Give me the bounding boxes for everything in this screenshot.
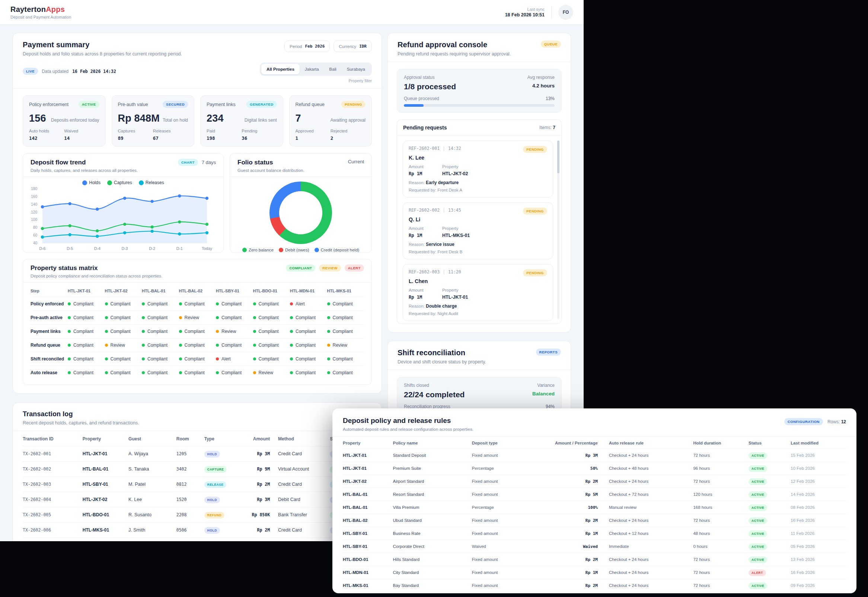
table-row[interactable]: HTL-BAL-02Ubud StandardFixed amountRp 2M… [343, 514, 846, 527]
table-row[interactable]: HTL-MKS-01Executive FloorPercentage30%Ch… [343, 592, 846, 593]
matrix-cell-status: Compliant [333, 329, 353, 334]
tab-surabaya[interactable]: Surabaya [342, 64, 370, 74]
transaction-property: HTL-BAL-01 [83, 463, 128, 475]
table-row[interactable]: TX-2602-004HTL-JKT-02K. Lee1520HOLDRp 3M… [23, 492, 372, 507]
transaction-property: HTL-MKS-01 [83, 524, 128, 536]
amount-label: Amount [409, 226, 442, 231]
transaction-guest: S. Tanaka [128, 463, 176, 475]
table-row[interactable]: TX-2602-001HTL-JKT-01A. Wijaya1205HOLDRp… [23, 446, 372, 461]
refund-console-head: Refund approval console Pending refund r… [388, 33, 570, 62]
matrix-cell: Compliant [68, 352, 105, 365]
matrix-cell: Compliant [142, 366, 179, 379]
items-count-value: 7 [553, 125, 555, 130]
policy-release-rule: Checkout + 24 hours [609, 477, 694, 486]
kpi-stat-label: Pending [241, 129, 277, 133]
table-row[interactable]: HTL-SBY-01Business RateFixed amountRp 1M… [343, 527, 846, 540]
currency-selector[interactable]: Currency IDR [334, 40, 372, 52]
table-row[interactable]: TX-2602-007HTL-BAL-02N. Gupta1103CAPTURE… [23, 538, 372, 541]
table-row[interactable]: HTL-JKT-01Premium SuitePercentage50%Chec… [343, 462, 846, 475]
kpi-card-refund-queue: Refund queuePENDING7Awaiting approvalApp… [289, 95, 372, 147]
status-dot-icon [68, 330, 71, 333]
svg-text:160: 160 [31, 195, 37, 199]
legend-item-credit-deposit-held: Credit (deposit held) [314, 248, 360, 252]
transaction-method: Virtual Account [278, 463, 330, 475]
matrix-cell-status: Compliant [259, 315, 279, 320]
table-row[interactable]: TX-2602-002HTL-BAL-01S. Tanaka3402CAPTUR… [23, 461, 372, 477]
table-row[interactable]: HTL-JKT-01Standard DepositFixed amountRp… [343, 448, 846, 462]
tab-bali[interactable]: Bali [324, 64, 342, 74]
transaction-amount: Rp 2M [242, 478, 278, 491]
matrix-cell: Review [216, 325, 253, 338]
table-row[interactable]: HTL-BDO-01Hills StandardFixed amountRp 2… [343, 553, 846, 566]
tab-jakarta[interactable]: Jakarta [300, 64, 324, 74]
request-reason: Reason: Double charge [409, 303, 547, 309]
live-badge: LIVE [23, 68, 38, 75]
table-row[interactable]: HTL-MDN-01City StandardFixed amountRp 1M… [343, 566, 846, 579]
policy-hold-duration: 72 hours [693, 567, 749, 577]
tab-all-properties[interactable]: All Properties [261, 64, 300, 74]
matrix-cell: Compliant [105, 297, 142, 310]
table-row[interactable]: HTL-MKS-01Bay StandardFixed amountRp 2MC… [343, 579, 846, 592]
folio-range-label: Current [348, 159, 364, 165]
policy-deposit-type: Fixed amount [472, 515, 551, 525]
request-ref-id: REF-2602-002 [409, 208, 439, 213]
period-selector[interactable]: Period Feb 2026 [284, 40, 330, 52]
policy-property: HTL-BAL-02 [343, 515, 393, 525]
table-row[interactable]: HTL-BAL-01Villa PremiumPercentage100%Man… [343, 500, 846, 514]
user-avatar[interactable]: FO [558, 5, 573, 20]
scrollbar-thumb[interactable] [557, 141, 560, 173]
kpi-top: Refund queuePENDING [296, 101, 366, 108]
kpi-stat-captures: Captures89 [118, 129, 153, 141]
matrix-cell: Compliant [105, 325, 142, 338]
transaction-room: 0506 [176, 524, 204, 536]
policy-status: ACTIVE [749, 488, 791, 500]
left-column: Payment summary Deposit holds and folio … [13, 33, 382, 541]
kpi-badge: SECURED [163, 101, 188, 108]
shift-reconciliation-title: Shift reconciliation [398, 349, 486, 357]
kpi-badge: PENDING [341, 101, 366, 108]
refund-request-card[interactable]: REF-2602-001|14:32PENDINGK. LeeAmountPro… [403, 141, 553, 198]
matrix-row-pre-auth-active: Pre-auth activeCompliantCompliantComplia… [31, 310, 364, 324]
separator: | [442, 146, 445, 151]
policy-last-modified: 15 Feb 2026 [791, 450, 846, 460]
table-row[interactable]: HTL-BAL-01Resort StandardFixed amountRp … [343, 488, 846, 500]
table-row[interactable]: TX-2602-005HTL-BDO-01R. Susanto2208REFUN… [23, 507, 372, 522]
matrix-cell-status: Compliant [147, 343, 167, 348]
policy-release-rule: Checkout + 24 hours [609, 567, 694, 577]
type-badge: HOLD [204, 451, 220, 457]
legend-label: Holds [89, 180, 100, 185]
kpi-label: Pre-auth value [118, 102, 148, 107]
svg-text:D-2: D-2 [149, 246, 155, 251]
trend-legend: HoldsCapturesReleases [23, 180, 223, 185]
currency-value: IDR [359, 44, 367, 49]
table-row[interactable]: TX-2602-003HTL-SBY-01M. Patel0812RELEASE… [23, 477, 372, 492]
table-row[interactable]: HTL-JKT-02Airport StandardFixed amountRp… [343, 475, 846, 488]
kpi-value: 7 [296, 113, 301, 124]
status-dot-icon [179, 344, 182, 347]
policy-amount: 50% [551, 463, 609, 474]
policy-property: HTL-JKT-01 [343, 450, 393, 460]
kpi-top: Policy enforcementACTIVE [29, 101, 100, 108]
refund-request-card[interactable]: REF-2602-003|11:20PENDINGL. ChenAmountPr… [403, 264, 553, 321]
type-badge: HOLD [204, 497, 220, 503]
request-ref: REF-2602-001|14:32 [409, 146, 461, 151]
matrix-cell: Compliant [290, 311, 327, 324]
request-header-line: REF-2602-001|14:32PENDING [409, 146, 547, 153]
matrix-cell-status: Compliant [147, 356, 167, 362]
legend-label: Credit (deposit held) [321, 248, 360, 252]
status-dot-icon [142, 302, 145, 305]
refund-request-card[interactable]: REF-2602-002|13:45PENDINGQ. LiAmountProp… [403, 202, 553, 259]
app-logo: RaytertonApps [10, 5, 71, 14]
kpi-value: Rp 848M [118, 113, 160, 124]
policy-rules-head: Deposit policy and release rules Automat… [332, 408, 856, 436]
matrix-cell: Compliant [253, 297, 290, 310]
status-dot-icon [216, 371, 219, 374]
scrollbar-track[interactable] [557, 141, 560, 319]
queue-progress-percent: 13% [546, 96, 555, 101]
table-row[interactable]: TX-2602-006HTL-MKS-01J. Smith0506HOLDRp … [23, 522, 372, 538]
configuration-badge: CONFIGURATION [784, 418, 823, 425]
request-reason: Reason: Early departure [409, 180, 547, 185]
shifts-closed-value: 22/24 completed [404, 390, 465, 399]
table-row[interactable]: HTL-SBY-01Corporate DirectWaivedWaivedIm… [343, 540, 846, 553]
matrix-column-header: HTL-MKS-01 [327, 284, 365, 297]
